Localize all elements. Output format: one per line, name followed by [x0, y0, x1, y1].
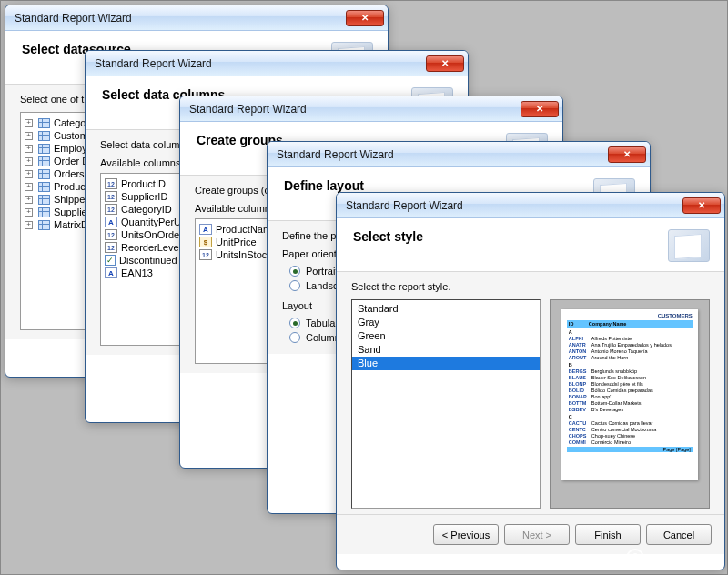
titlebar[interactable]: Standard Report Wizard ✕ [268, 142, 650, 167]
dialog-select-style: Standard Report Wizard ✕ Select style Se… [336, 192, 725, 570]
column-label: ReorderLevel [121, 242, 181, 253]
close-button[interactable]: ✕ [521, 101, 559, 117]
radio-icon [289, 266, 300, 277]
radio-icon [289, 280, 300, 291]
table-icon [38, 144, 50, 154]
checkbox-column-icon: ✓ [105, 255, 116, 266]
preview-header-row: IDCompany Name [567, 320, 693, 328]
preview-data-row: ALFKIAlfreds Futterkiste [567, 335, 693, 341]
preview-page: CUSTOMERSIDCompany NameAALFKIAlfreds Fut… [561, 309, 698, 480]
titlebar[interactable]: Standard Report Wizard ✕ [5, 5, 388, 31]
table-icon [38, 195, 50, 205]
window-title: Standard Report Wizard [15, 12, 132, 25]
number-column-icon: 12 [105, 242, 117, 253]
close-icon: ✕ [441, 58, 449, 68]
next-button: Next > [504, 524, 570, 545]
style-option[interactable]: Gray [352, 316, 540, 329]
preview-data-row: BLAUSBlauer See Delikatessen [567, 374, 693, 380]
table-icon [38, 131, 50, 141]
close-button[interactable]: ✕ [682, 197, 721, 214]
expander-icon[interactable]: + [25, 157, 33, 166]
column-label: CategoryID [121, 204, 172, 215]
close-button[interactable]: ✕ [346, 10, 384, 26]
finish-button[interactable]: Finish [575, 524, 641, 545]
table-icon [38, 156, 50, 166]
previous-button[interactable]: < Previous [433, 524, 499, 545]
number-column-icon: 12 [105, 204, 117, 215]
expander-icon[interactable]: + [25, 196, 33, 204]
preview-title: CUSTOMERS [567, 313, 693, 318]
number-column-icon: 12 [105, 191, 117, 202]
window-title: Standard Report Wizard [95, 57, 212, 70]
close-icon: ✕ [361, 13, 369, 23]
column-label: UnitsOnOrder [121, 229, 183, 240]
preview-data-row: BERGSBerglunds snabbköp [567, 368, 693, 374]
preview-data-row: BSBEVB's Beverages [567, 406, 693, 412]
preview-data-row: BOLIDBólido Comidas preparadas [567, 387, 693, 393]
column-label: EAN13 [121, 267, 153, 278]
wizard-buttons: < Previous Next > Finish Cancel [337, 514, 724, 554]
instruction-text: Select the report style. [351, 281, 710, 292]
radio-label: Portrait [306, 266, 338, 277]
expander-icon[interactable]: + [25, 119, 33, 127]
window-title: Standard Report Wizard [277, 148, 394, 161]
expander-icon[interactable]: + [25, 221, 33, 229]
cancel-button[interactable]: Cancel [646, 524, 712, 545]
currency-column-icon: $ [199, 237, 212, 247]
close-icon: ✕ [536, 104, 543, 114]
close-button[interactable]: ✕ [608, 146, 646, 163]
number-column-icon: 12 [105, 178, 117, 189]
style-option[interactable]: Standard [352, 302, 540, 316]
table-icon [38, 169, 50, 179]
preview-data-row: ANTONAntonio Moreno Taquería [567, 348, 693, 354]
style-list[interactable]: StandardGrayGreenSandBlue [351, 299, 541, 509]
style-option[interactable]: Green [352, 329, 540, 343]
column-label: Discontinued [119, 255, 177, 266]
expander-icon[interactable]: + [25, 183, 33, 191]
table-icon [38, 207, 50, 217]
expander-icon[interactable]: + [25, 208, 33, 217]
preview-data-row: BLONPBlondesddsl père et fils [567, 380, 693, 387]
number-column-icon: 12 [199, 249, 212, 260]
style-preview: CUSTOMERSIDCompany NameAALFKIAlfreds Fut… [550, 299, 710, 509]
text-column-icon: A [199, 224, 212, 235]
window-title: Standard Report Wizard [346, 199, 463, 212]
preview-data-row: BOTTMBottom-Dollar Markets [567, 399, 693, 406]
close-button[interactable]: ✕ [426, 55, 464, 72]
close-icon: ✕ [698, 200, 705, 210]
radio-icon [289, 332, 300, 343]
number-column-icon: 12 [105, 229, 117, 240]
close-icon: ✕ [623, 149, 631, 159]
expander-icon[interactable]: + [25, 170, 33, 178]
titlebar[interactable]: Standard Report Wizard ✕ [86, 51, 468, 76]
preview-footer: Page [Page] [567, 447, 693, 452]
table-label: Orders [54, 168, 85, 179]
text-column-icon: A [105, 217, 117, 227]
preview-data-row: ANATRAna Trujillo Emparedados y helados [567, 341, 693, 348]
table-icon [38, 118, 50, 128]
preview-data-row: CACTUCactus Comidas para llevar [567, 419, 693, 426]
column-label: UnitPrice [216, 237, 257, 247]
column-label: SupplierID [121, 191, 167, 202]
preview-data-row: AROUTAround the Horn [567, 354, 693, 360]
table-icon [38, 182, 50, 192]
step-heading: Define layout [284, 178, 364, 193]
step-heading: Select style [353, 229, 423, 244]
window-title: Standard Report Wizard [189, 103, 307, 116]
preview-data-row: CHOPSChop-suey Chinese [567, 432, 693, 439]
radio-icon [289, 318, 300, 328]
style-option[interactable]: Blue [352, 357, 540, 370]
style-option[interactable]: Sand [352, 343, 540, 357]
preview-data-row: BONAPBon app' [567, 393, 693, 399]
titlebar[interactable]: Standard Report Wizard ✕ [180, 96, 562, 122]
column-label: UnitsInStock [216, 249, 272, 260]
radio-label: Tabular [306, 318, 339, 328]
column-label: ProductID [121, 178, 166, 189]
expander-icon[interactable]: + [25, 145, 33, 153]
titlebar[interactable]: Standard Report Wizard ✕ [337, 193, 724, 218]
text-column-icon: A [105, 267, 117, 278]
preview-data-row: CENTCCentro comercial Moctezuma [567, 426, 693, 432]
report-icon [668, 229, 710, 262]
expander-icon[interactable]: + [25, 132, 33, 140]
preview-data-row: COMMIComércio Mineiro [567, 439, 693, 445]
